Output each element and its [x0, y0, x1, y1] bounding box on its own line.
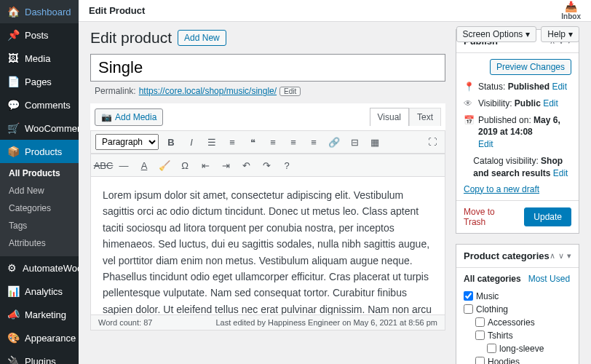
edit-catalog-link[interactable]: Edit	[553, 168, 568, 178]
editor-body[interactable]: Lorem ipsum dolor sit amet, consectetur …	[90, 177, 445, 315]
category-checkbox[interactable]	[475, 317, 485, 327]
align-center-icon[interactable]: ≡	[285, 134, 301, 150]
number-list-icon[interactable]: ≡	[224, 134, 240, 150]
undo-icon[interactable]: ↶	[238, 157, 254, 173]
sidebar-label: WooCommerce	[25, 123, 79, 134]
hr-icon[interactable]: —	[116, 157, 132, 173]
category-checkbox[interactable]	[475, 331, 485, 340]
sidebar-item-woocommerce[interactable]: 🛒WooCommerce	[0, 116, 79, 140]
status-icon: 📍	[464, 81, 474, 93]
clear-format-icon[interactable]: 🧹	[156, 157, 172, 173]
update-button[interactable]: Update	[524, 207, 571, 226]
preview-button[interactable]: Preview Changes	[490, 59, 571, 75]
strikethrough-icon[interactable]: ABC	[95, 157, 111, 173]
collapse-icon[interactable]: ▾	[567, 251, 571, 261]
help-button[interactable]: Help▾	[541, 26, 579, 42]
italic-icon[interactable]: I	[183, 134, 199, 150]
permalink-edit-button[interactable]: Edit	[279, 87, 301, 96]
align-right-icon[interactable]: ≡	[306, 134, 322, 150]
submenu-all-products[interactable]: All Products	[0, 165, 79, 182]
sidebar-item-comments[interactable]: 💬Comments	[0, 93, 79, 116]
edit-visibility-link[interactable]: Edit	[543, 98, 558, 108]
tab-most-used[interactable]: Most Used	[528, 274, 570, 284]
quote-icon[interactable]: ❝	[245, 134, 261, 150]
special-char-icon[interactable]: Ω	[177, 157, 193, 173]
category-label: long-sleeve	[499, 344, 544, 354]
word-count: Word count: 87	[98, 318, 152, 327]
media-icon: 📷	[101, 112, 112, 122]
sidebar-item-automatewoo[interactable]: ⚙AutomateWoo	[0, 256, 79, 280]
redo-icon[interactable]: ↷	[258, 157, 274, 173]
submenu-attributes[interactable]: Attributes	[0, 234, 79, 252]
category-label: Clothing	[476, 304, 508, 314]
bullet-list-icon[interactable]: ☰	[204, 134, 220, 150]
sidebar-label: Dashboard	[25, 7, 71, 17]
edit-status-link[interactable]: Edit	[552, 82, 567, 92]
category-checkbox[interactable]	[464, 291, 473, 301]
automatewoo-icon: ⚙	[7, 262, 17, 274]
products-submenu: All Products Add New Categories Tags Att…	[0, 163, 79, 256]
products-icon: 📦	[7, 146, 19, 157]
link-icon[interactable]: 🔗	[326, 134, 342, 150]
visibility-icon: 👁	[464, 98, 474, 110]
add-new-button[interactable]: Add New	[178, 30, 226, 46]
edit-date-link[interactable]: Edit	[478, 139, 493, 149]
inbox-label: Inbox	[561, 12, 581, 20]
sidebar-item-dashboard[interactable]: 🏠Dashboard	[0, 0, 79, 23]
screen-options-button[interactable]: Screen Options▾	[456, 26, 537, 42]
move-down-icon[interactable]: ∨	[558, 251, 564, 261]
submenu-add-new[interactable]: Add New	[0, 182, 79, 199]
topbar-title: Edit Product	[89, 5, 145, 16]
page-title: Edit product	[90, 29, 172, 47]
category-label: Tshirts	[488, 331, 513, 341]
sidebar-item-marketing[interactable]: 📣Marketing	[0, 303, 79, 326]
outdent-icon[interactable]: ⇤	[197, 157, 213, 173]
copy-draft-link[interactable]: Copy to a new draft	[464, 184, 539, 194]
main-content: Edit Product 📥 Inbox Screen Options▾ Hel…	[79, 0, 591, 364]
category-item: Music	[464, 290, 571, 303]
sidebar-label: Appearance	[25, 333, 76, 344]
tab-text[interactable]: Text	[409, 108, 441, 126]
sidebar-label: Posts	[25, 30, 49, 41]
comments-icon: 💬	[7, 99, 19, 111]
submenu-tags[interactable]: Tags	[0, 217, 79, 234]
publish-box: Publish ∧∨▾ Preview Changes 📍Status: Pub…	[456, 29, 579, 234]
topbar: Edit Product 📥 Inbox	[79, 0, 591, 22]
sidebar-item-media[interactable]: 🖼Media	[0, 47, 79, 70]
indent-icon[interactable]: ⇥	[218, 157, 234, 173]
sidebar-item-posts[interactable]: 📌Posts	[0, 23, 79, 47]
inbox-button[interactable]: 📥 Inbox	[561, 1, 581, 20]
toolbar-toggle-icon[interactable]: ▦	[367, 134, 383, 150]
sidebar-item-plugins[interactable]: 🔌Plugins	[0, 349, 79, 364]
category-item: Clothing	[464, 303, 571, 316]
format-select[interactable]: Paragraph	[95, 134, 159, 150]
sidebar-item-appearance[interactable]: 🎨Appearance	[0, 326, 79, 349]
sidebar-item-products[interactable]: 📦Products	[0, 140, 79, 163]
fullscreen-icon[interactable]: ⛶	[424, 134, 440, 150]
tab-visual[interactable]: Visual	[370, 108, 409, 126]
permalink-url[interactable]: https://core.local/shop/music/single/	[139, 86, 277, 96]
woocommerce-icon: 🛒	[7, 122, 19, 134]
sidebar-item-pages[interactable]: 📄Pages	[0, 70, 79, 93]
help-icon[interactable]: ?	[279, 157, 295, 173]
tab-all-categories[interactable]: All categories	[464, 274, 521, 284]
align-left-icon[interactable]: ≡	[265, 134, 281, 150]
sidebar-label: Media	[25, 53, 50, 64]
add-media-button[interactable]: 📷 Add Media	[95, 108, 163, 126]
more-icon[interactable]: ⊟	[346, 134, 362, 150]
bold-icon[interactable]: B	[163, 134, 179, 150]
plugins-icon: 🔌	[7, 355, 19, 364]
category-checkbox[interactable]	[487, 344, 496, 353]
category-checkbox[interactable]	[475, 357, 485, 364]
category-item: Tshirts	[464, 329, 571, 342]
category-checkbox[interactable]	[464, 304, 473, 314]
text-color-icon[interactable]: A	[136, 157, 152, 173]
sidebar-item-analytics[interactable]: 📊Analytics	[0, 280, 79, 303]
product-title-input[interactable]	[90, 54, 445, 82]
last-edited: Last edited by Happiness Engineer on May…	[215, 318, 437, 327]
analytics-icon: 📊	[7, 285, 19, 297]
move-to-trash-link[interactable]: Move to Trash	[464, 207, 518, 227]
move-up-icon[interactable]: ∧	[550, 251, 555, 261]
submenu-categories[interactable]: Categories	[0, 199, 79, 217]
category-label: Hoodies	[488, 357, 520, 364]
